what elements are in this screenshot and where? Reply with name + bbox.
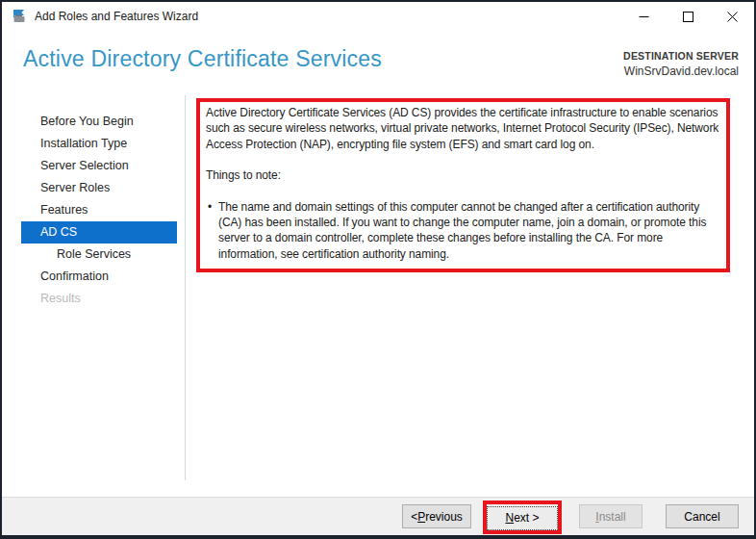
maximize-icon [683, 12, 693, 22]
destination-server-block: DESTINATION SERVER WinSrvDavid.dev.local [623, 50, 739, 78]
adcs-intro-text: Active Directory Certificate Services (A… [206, 105, 720, 152]
sidebar-item-before-you-begin[interactable]: Before You Begin [2, 111, 177, 133]
window-title: Add Roles and Features Wizard [35, 10, 621, 23]
titlebar: Add Roles and Features Wizard [2, 2, 754, 31]
wizard-header: Active Directory Certificate Services DE… [2, 31, 754, 93]
previous-label-pre: < [411, 510, 417, 524]
next-button[interactable]: Next > [487, 506, 558, 530]
page-title: Active Directory Certificate Services [23, 46, 382, 72]
close-button[interactable] [710, 2, 754, 31]
minimize-icon [639, 12, 649, 22]
wizard-body: Before You Begin Installation Type Serve… [2, 93, 754, 497]
sidebar-item-results: Results [2, 288, 177, 310]
destination-server-label: DESTINATION SERVER [623, 50, 739, 62]
sidebar-item-server-roles[interactable]: Server Roles [2, 177, 177, 199]
sidebar-item-features[interactable]: Features [2, 199, 177, 221]
server-manager-icon [12, 9, 27, 24]
next-button-annotation-box: Next > [483, 500, 562, 534]
adcs-description-annotation-box: Active Directory Certificate Services (A… [196, 98, 730, 272]
things-to-note-heading: Things to note: [206, 167, 720, 183]
wizard-footer: < Previous Next > Install Cancel [2, 497, 754, 535]
install-button[interactable]: Install [579, 504, 643, 528]
previous-button[interactable]: < Previous [402, 504, 471, 528]
previous-label-key: P [417, 510, 425, 524]
note-bullet-item: • The name and domain settings of this c… [206, 199, 720, 263]
sidebar-item-installation-type[interactable]: Installation Type [2, 133, 177, 155]
sidebar-item-confirmation[interactable]: Confirmation [2, 266, 177, 288]
minimize-button[interactable] [621, 2, 666, 31]
close-icon [727, 12, 738, 22]
previous-label-post: revious [425, 510, 463, 524]
cancel-label-post: Cancel [684, 510, 719, 524]
wizard-window: Add Roles and Features Wizard Active Dir… [0, 0, 756, 539]
note-bullet-text: The name and domain settings of this com… [218, 199, 720, 263]
wizard-steps-nav: Before You Begin Installation Type Serve… [2, 111, 185, 310]
cancel-button[interactable]: Cancel [666, 504, 739, 528]
maximize-button[interactable] [666, 2, 710, 31]
bullet-icon: • [206, 199, 218, 263]
next-label-key: N [505, 511, 514, 525]
sidebar-item-ad-cs[interactable]: AD CS [21, 221, 177, 244]
install-label-post: nstall [599, 510, 626, 524]
sidebar-item-role-services[interactable]: Role Services [2, 244, 177, 266]
destination-server-name: WinSrvDavid.dev.local [623, 64, 739, 78]
window-controls [621, 2, 754, 31]
next-label-post: ext > [514, 511, 539, 525]
sidebar-divider [185, 95, 186, 480]
sidebar-item-server-selection[interactable]: Server Selection [2, 155, 177, 177]
